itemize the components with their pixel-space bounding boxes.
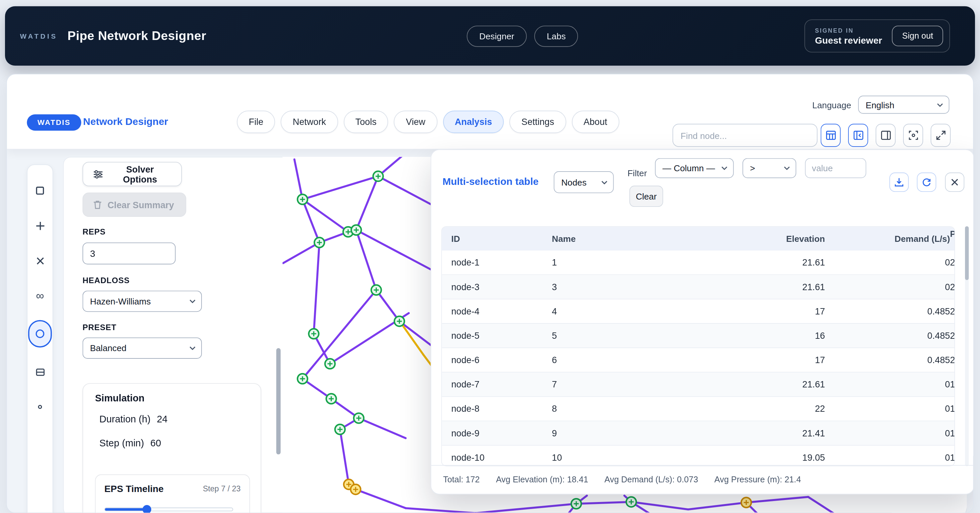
pipe-edge[interactable]	[401, 322, 423, 354]
junction-node[interactable]	[335, 424, 345, 434]
table-row[interactable]: node-3321.61021.12	[442, 275, 955, 300]
timeline-slider[interactable]	[104, 508, 233, 511]
junction-node[interactable]	[395, 316, 404, 326]
table-cell: node-8	[451, 404, 552, 414]
table-cell: node-4	[451, 306, 552, 316]
pipe-edge[interactable]	[746, 497, 808, 503]
table-row[interactable]: node-1121.61020.37	[442, 250, 955, 275]
filter-value-input[interactable]	[805, 158, 866, 178]
filter-column-select[interactable]: — Column —	[655, 158, 733, 178]
close-panel-button[interactable]	[945, 172, 964, 192]
menu-file[interactable]: File	[237, 111, 275, 133]
table-cell: 18.52	[950, 404, 955, 414]
junction-tool[interactable]	[29, 215, 51, 236]
solver-options-button[interactable]: Solver Options	[83, 162, 182, 186]
menu-settings[interactable]: Settings	[510, 111, 566, 133]
pipe-edge[interactable]	[356, 489, 406, 508]
junction-node[interactable]	[326, 394, 336, 404]
table-row[interactable]: node-101019.05018.04	[442, 446, 955, 466]
junction-node[interactable]	[371, 285, 382, 295]
fit-view-button[interactable]	[903, 124, 923, 147]
col-elevation[interactable]: Elevation	[693, 234, 825, 244]
pipe-edge[interactable]	[314, 242, 320, 334]
col-pressure[interactable]: Pressure (m)	[950, 229, 955, 249]
reservoir-tool[interactable]	[29, 361, 51, 382]
refresh-button[interactable]	[917, 172, 936, 192]
pump-tool[interactable]: ∞	[29, 285, 51, 306]
table-row[interactable]: node-55160.48524.44	[442, 324, 955, 348]
junction-node[interactable]	[354, 413, 364, 423]
menu-network[interactable]: Network	[281, 111, 338, 133]
junction-node[interactable]	[373, 171, 383, 181]
menu-tools[interactable]: Tools	[344, 111, 388, 133]
left-panel-button[interactable]	[848, 124, 868, 147]
col-name[interactable]: Name	[552, 234, 693, 244]
pipe-edge[interactable]	[406, 508, 476, 513]
junction-node[interactable]	[351, 225, 361, 235]
tank-tool[interactable]	[28, 320, 52, 348]
pipe-edge[interactable]	[476, 503, 576, 513]
pipe-edge[interactable]	[688, 503, 746, 510]
table-scrollbar[interactable]	[965, 226, 969, 466]
junction-node[interactable]	[626, 497, 636, 507]
language-select[interactable]: English	[858, 96, 949, 113]
panel-scrollbar[interactable]	[276, 164, 280, 513]
table-view-button[interactable]	[821, 124, 841, 147]
junction-node[interactable]	[315, 237, 325, 247]
preset-label: PRESET	[83, 322, 116, 332]
menu-analysis[interactable]: Analysis	[443, 111, 504, 133]
menu-view[interactable]: View	[394, 111, 438, 133]
junction-node[interactable]	[298, 194, 307, 204]
reps-input[interactable]	[83, 242, 176, 264]
table-row[interactable]: node-44170.48523.58	[442, 300, 955, 324]
pipe-edge[interactable]	[340, 429, 349, 484]
pipe-edge[interactable]	[302, 176, 378, 199]
table-cell: 22	[693, 404, 825, 414]
view-toggle-group	[821, 124, 951, 147]
node-tool[interactable]	[29, 397, 51, 418]
menu-about[interactable]: About	[572, 111, 619, 133]
table-row[interactable]: node-66170.48523.4	[442, 348, 955, 373]
step-row: Step (min) 60	[99, 437, 161, 449]
pipe-edge[interactable]	[356, 176, 378, 230]
pipe-edge[interactable]	[283, 242, 320, 263]
headloss-select[interactable]: Hazen-Williams	[83, 290, 202, 312]
table-row[interactable]: node-8822018.52	[442, 397, 955, 421]
table-scroll-thumb[interactable]	[965, 226, 969, 280]
pipe-edge[interactable]	[378, 176, 438, 208]
pipe-edge[interactable]	[808, 497, 838, 513]
table-cell: 0	[825, 282, 950, 292]
preset-select[interactable]: Balanced	[83, 338, 202, 359]
step-label: Step (min)	[99, 437, 144, 449]
sign-out-button[interactable]: Sign out	[892, 25, 943, 46]
find-node-input[interactable]	[673, 124, 818, 147]
col-demand[interactable]: Demand (L/s)	[825, 234, 950, 244]
pipe-edge[interactable]	[294, 159, 302, 199]
source-node[interactable]	[351, 484, 361, 494]
pipe-edge[interactable]	[359, 418, 406, 438]
filter-clear-button[interactable]: Clear	[629, 186, 663, 207]
right-panel-button[interactable]	[876, 124, 896, 147]
rectangle-tool[interactable]	[29, 180, 51, 201]
junction-node[interactable]	[571, 499, 581, 509]
pipe-edge[interactable]	[376, 290, 399, 322]
nav-labs[interactable]: Labs	[534, 25, 578, 47]
source-node[interactable]	[741, 498, 751, 508]
download-button[interactable]	[889, 172, 909, 192]
scrollbar-thumb[interactable]	[276, 348, 280, 454]
junction-node[interactable]	[325, 359, 335, 369]
table-row[interactable]: node-7721.61019.83	[442, 373, 955, 397]
download-icon	[894, 178, 904, 187]
col-id[interactable]: ID	[451, 234, 552, 244]
timeline-thumb[interactable]	[143, 505, 151, 513]
clear-summary-button[interactable]: Clear Summary	[83, 193, 186, 217]
valve-tool[interactable]	[29, 250, 51, 271]
pipe-edge[interactable]	[576, 502, 631, 504]
nav-designer[interactable]: Designer	[467, 25, 527, 47]
junction-node[interactable]	[298, 374, 307, 384]
fullscreen-button[interactable]	[931, 124, 951, 147]
table-row[interactable]: node-9921.41018.02	[442, 421, 955, 446]
filter-operator-select[interactable]: >	[743, 158, 796, 178]
junction-node[interactable]	[309, 329, 319, 339]
entity-select[interactable]: Nodes	[554, 171, 614, 193]
